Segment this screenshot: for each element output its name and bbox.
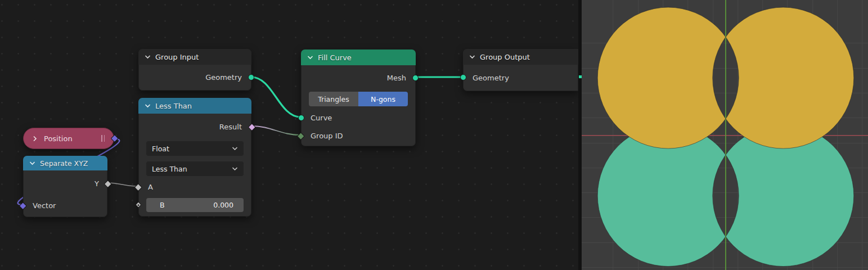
node-title: Group Output — [480, 53, 530, 61]
node-title: Group Input — [155, 53, 199, 61]
socket-label: Mesh — [387, 74, 406, 82]
input-row-curve: Curve — [302, 110, 415, 125]
socket-label: Group ID — [311, 132, 343, 140]
output-row-mesh: Mesh — [302, 70, 415, 85]
output-row-geometry: Geometry — [139, 70, 251, 84]
socket-mesh-output[interactable] — [412, 75, 419, 81]
socket-label: Curve — [311, 114, 332, 122]
chevron-down-icon — [232, 146, 238, 151]
blender-window: Group Input Geometry Less Than Result Fl… — [0, 0, 868, 270]
chevron-down-icon[interactable] — [469, 55, 475, 59]
node-title: Fill Curve — [318, 53, 352, 62]
clipped-socket-dot — [579, 75, 582, 78]
chevron-down-icon — [232, 166, 238, 171]
socket-geometry-output[interactable] — [248, 74, 254, 80]
socket-curve-input[interactable] — [298, 115, 304, 121]
input-row-group-id: Group ID — [302, 128, 415, 143]
input-row-vector: Vector — [24, 198, 107, 213]
node-fill-curve-header[interactable]: Fill Curve — [301, 50, 416, 65]
socket-geometry-input[interactable] — [460, 74, 466, 80]
output-row-result: Result — [139, 119, 251, 134]
chevron-down-icon[interactable] — [145, 104, 151, 108]
socket-label: Vector — [33, 201, 56, 210]
node-separate-xyz[interactable]: Separate XYZ Y Vector — [23, 156, 107, 217]
chevron-down-icon[interactable] — [29, 161, 35, 165]
ngons-button[interactable]: N-gons — [358, 92, 408, 106]
node-title: Separate XYZ — [40, 159, 88, 168]
node-less-than[interactable]: Less Than Result Float Less Than A B 0.0… — [138, 98, 251, 217]
viewport-scene — [582, 0, 868, 270]
node-group-input[interactable]: Group Input Geometry — [138, 49, 251, 91]
operation-dropdown[interactable]: Less Than — [146, 161, 244, 176]
node-position[interactable]: Position — [23, 128, 114, 149]
input-row-a: A — [139, 179, 251, 194]
node-group-input-header[interactable]: Group Input — [138, 49, 251, 65]
chevron-down-icon[interactable] — [145, 55, 151, 59]
node-title: Less Than — [155, 102, 192, 110]
socket-label: Geometry — [205, 73, 242, 82]
fill-mode-buttons: Triangles N-gons — [309, 92, 408, 106]
socket-label: Geometry — [473, 74, 509, 82]
output-row-y: Y — [24, 176, 107, 191]
region-splitter[interactable] — [578, 0, 582, 270]
node-title: Position — [44, 134, 73, 143]
node-group-output-header[interactable]: Group Output — [463, 49, 578, 65]
node-separate-xyz-header[interactable]: Separate XYZ — [23, 156, 107, 170]
node-group-output[interactable]: Group Output Geometry — [463, 49, 578, 91]
socket-label: A — [148, 183, 153, 191]
drag-grip-icon[interactable] — [101, 135, 105, 142]
node-less-than-header[interactable]: Less Than — [138, 98, 251, 114]
field-label: B — [160, 201, 165, 209]
data-type-dropdown[interactable]: Float — [146, 141, 244, 156]
dropdown-value: Float — [152, 145, 169, 153]
socket-label: Result — [219, 123, 242, 131]
node-fill-curve[interactable]: Fill Curve Mesh Triangles N-gons Curve G… — [301, 50, 416, 146]
input-row-geometry: Geometry — [464, 70, 578, 85]
socket-label: Y — [95, 179, 99, 188]
dropdown-value: Less Than — [152, 165, 187, 173]
3d-viewport[interactable] — [582, 0, 868, 270]
chevron-down-icon[interactable] — [307, 55, 313, 60]
field-value: 0.000 — [213, 201, 233, 209]
chevron-right-icon[interactable] — [33, 136, 39, 141]
b-value-field[interactable]: B 0.000 — [146, 198, 244, 212]
triangles-button[interactable]: Triangles — [309, 92, 358, 106]
